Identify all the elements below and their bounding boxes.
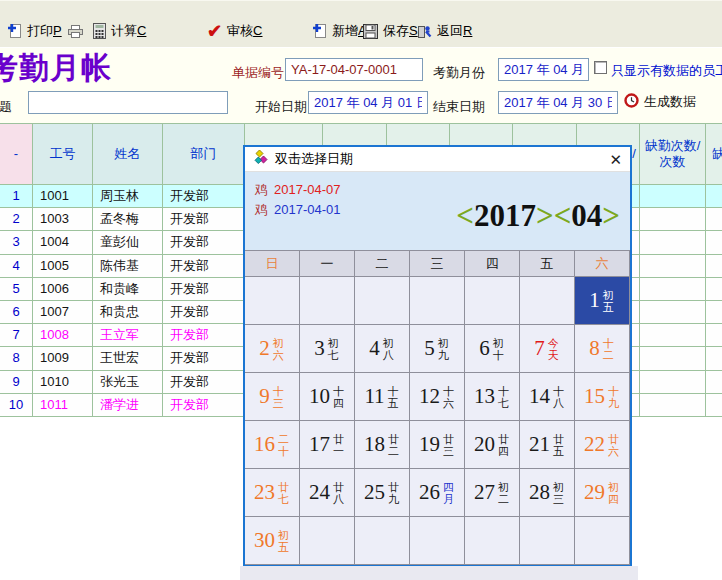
calendar-day-11[interactable]: 11十五 (355, 373, 410, 421)
close-icon[interactable]: ✕ (609, 152, 622, 167)
department-cell[interactable]: 开发部 (163, 231, 245, 254)
department-cell[interactable]: 开发部 (163, 301, 245, 324)
toolbar-button-save[interactable]: 保存S (363, 22, 418, 40)
empty-data-cell[interactable] (640, 208, 706, 231)
empty-data-cell[interactable] (706, 185, 722, 208)
department-cell[interactable]: 开发部 (163, 324, 245, 347)
toolbar-button-back[interactable]: 返回R (417, 22, 472, 40)
calendar-day-21[interactable]: 21廿五 (520, 421, 575, 469)
empty-data-cell[interactable] (640, 231, 706, 254)
calendar-day-10[interactable]: 10十四 (300, 373, 355, 421)
calendar-empty-cell[interactable] (245, 277, 300, 325)
calendar-empty-cell[interactable] (410, 277, 465, 325)
department-cell[interactable]: 开发部 (163, 347, 245, 370)
employee-name-cell[interactable]: 张光玉 (93, 371, 163, 394)
calendar-day-24[interactable]: 24廿八 (300, 469, 355, 517)
empty-data-cell[interactable] (640, 371, 706, 394)
calendar-day-23[interactable]: 23廿七 (245, 469, 300, 517)
month-prev-bracket[interactable]: < (554, 198, 572, 233)
calendar-day-8[interactable]: 8十二 (575, 325, 630, 373)
employee-name-cell[interactable]: 陈伟基 (93, 255, 163, 278)
calendar-day-9[interactable]: 9十三 (245, 373, 300, 421)
calendar-empty-cell[interactable] (300, 277, 355, 325)
year-month-selector[interactable]: <2017><04> (456, 198, 620, 234)
calendar-day-3[interactable]: 3初七 (300, 325, 355, 373)
empty-data-cell[interactable] (706, 394, 722, 417)
empty-data-cell[interactable] (640, 347, 706, 370)
empty-data-cell[interactable] (640, 394, 706, 417)
filter-checkbox[interactable] (594, 61, 607, 74)
calendar-day-2[interactable]: 2初六 (245, 325, 300, 373)
empty-data-cell[interactable] (706, 324, 722, 347)
doc-no-input[interactable] (285, 58, 423, 81)
department-cell[interactable]: 开发部 (163, 394, 245, 417)
employee-name-cell[interactable]: 王立军 (93, 324, 163, 347)
calendar-day-4[interactable]: 4初八 (355, 325, 410, 373)
department-cell[interactable]: 开发部 (163, 371, 245, 394)
employee-id-cell[interactable]: 1005 (33, 255, 93, 278)
department-cell[interactable]: 开发部 (163, 255, 245, 278)
empty-data-cell[interactable] (640, 278, 706, 301)
empty-data-cell[interactable] (706, 208, 722, 231)
calendar-day-12[interactable]: 12十六 (410, 373, 465, 421)
calendar-empty-cell[interactable] (465, 517, 520, 565)
calendar-day-17[interactable]: 17廿一 (300, 421, 355, 469)
column-header[interactable]: 部门 (163, 124, 245, 185)
calendar-day-26[interactable]: 26四月 (410, 469, 465, 517)
empty-data-cell[interactable] (640, 324, 706, 347)
year-next-bracket[interactable]: > (536, 198, 554, 233)
date-picker-dialog[interactable]: 双击选择日期 ✕ 鸡2017-04-07 鸡2017-04-01 <2017><… (243, 145, 632, 566)
employee-id-cell[interactable]: 1007 (33, 301, 93, 324)
employee-id-cell[interactable]: 1001 (33, 185, 93, 208)
calendar-day-28[interactable]: 28初三 (520, 469, 575, 517)
calendar-day-18[interactable]: 18廿二 (355, 421, 410, 469)
calendar-day-16[interactable]: 16二十 (245, 421, 300, 469)
employee-name-cell[interactable]: 孟冬梅 (93, 208, 163, 231)
employee-id-cell[interactable]: 1003 (33, 208, 93, 231)
column-header[interactable]: 缺勤次数/次数 (640, 124, 706, 185)
department-cell[interactable]: 开发部 (163, 278, 245, 301)
empty-data-cell[interactable] (706, 371, 722, 394)
department-cell[interactable]: 开发部 (163, 185, 245, 208)
calendar-day-5[interactable]: 5初九 (410, 325, 465, 373)
calendar-day-25[interactable]: 25廿九 (355, 469, 410, 517)
empty-data-cell[interactable] (706, 301, 722, 324)
calendar-day-19[interactable]: 19廿三 (410, 421, 465, 469)
year-prev-bracket[interactable]: < (456, 198, 474, 233)
calendar-empty-cell[interactable] (300, 517, 355, 565)
column-header[interactable]: 缺 (706, 124, 722, 185)
empty-data-cell[interactable] (706, 231, 722, 254)
month-next-bracket[interactable]: > (602, 198, 620, 233)
employee-name-cell[interactable]: 和贵忠 (93, 301, 163, 324)
employee-name-cell[interactable]: 潘学进 (93, 394, 163, 417)
calendar-empty-cell[interactable] (410, 517, 465, 565)
start-date-input[interactable] (308, 91, 428, 114)
calendar-empty-cell[interactable] (520, 517, 575, 565)
calendar-day-30[interactable]: 30初五 (245, 517, 300, 565)
employee-id-cell[interactable]: 1008 (33, 324, 93, 347)
month-input[interactable] (498, 58, 589, 81)
row-number-cell[interactable]: 6 (0, 301, 33, 324)
employee-id-cell[interactable]: 1010 (33, 371, 93, 394)
employee-id-cell[interactable]: 1011 (33, 394, 93, 417)
row-number-cell[interactable]: 5 (0, 278, 33, 301)
dialog-title-bar[interactable]: 双击选择日期 ✕ (245, 147, 630, 172)
empty-data-cell[interactable] (640, 185, 706, 208)
employee-id-cell[interactable]: 1009 (33, 347, 93, 370)
toolbar-button-audit[interactable]: ✔审核C (207, 22, 262, 40)
employee-id-cell[interactable]: 1004 (33, 231, 93, 254)
department-cell[interactable]: 开发部 (163, 208, 245, 231)
calendar-day-7[interactable]: 7今天 (520, 325, 575, 373)
row-number-cell[interactable]: 3 (0, 231, 33, 254)
empty-data-cell[interactable] (706, 347, 722, 370)
column-header[interactable]: 工号 (33, 124, 93, 185)
calendar-day-6[interactable]: 6初十 (465, 325, 520, 373)
row-number-cell[interactable]: 8 (0, 347, 33, 370)
toolbar-button-print[interactable]: 打印P (7, 22, 84, 40)
calendar-day-27[interactable]: 27初二 (465, 469, 520, 517)
empty-data-cell[interactable] (640, 255, 706, 278)
empty-data-cell[interactable] (706, 278, 722, 301)
row-number-cell[interactable]: 4 (0, 255, 33, 278)
column-header[interactable]: 姓名 (93, 124, 163, 185)
column-header[interactable]: - (0, 124, 33, 185)
